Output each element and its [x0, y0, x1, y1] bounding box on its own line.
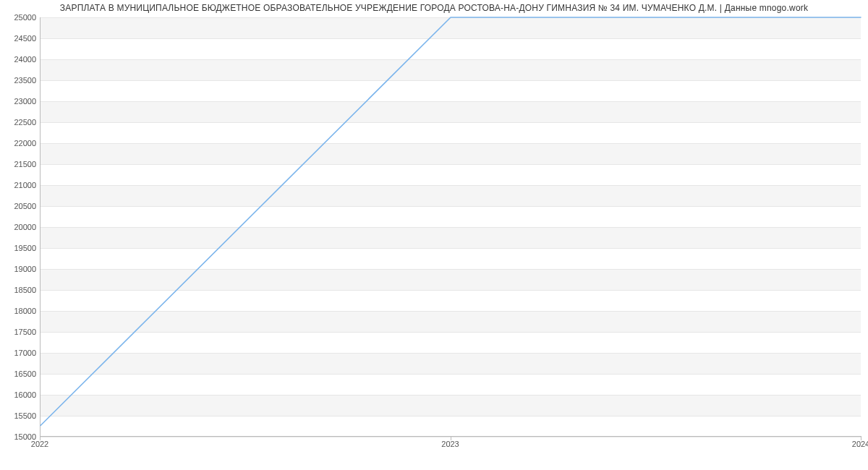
y-tick-label: 16000	[4, 390, 36, 399]
x-tick-label: 2023	[441, 440, 459, 448]
y-tick-label: 23500	[4, 76, 36, 85]
salary-line	[41, 17, 861, 426]
y-tick-label: 17000	[4, 349, 36, 357]
y-tick-label: 20500	[4, 202, 36, 210]
y-tick-label: 18500	[4, 286, 36, 294]
y-tick-label: 23000	[4, 97, 36, 106]
y-tick-label: 24500	[4, 34, 36, 43]
y-tick-label: 19500	[4, 244, 36, 252]
y-tick-label: 25000	[4, 13, 36, 22]
y-tick-label: 22500	[4, 118, 36, 127]
x-tick-label: 2022	[31, 440, 48, 448]
y-tick-label: 18000	[4, 307, 36, 315]
y-tick-label: 20000	[4, 223, 36, 231]
x-tick-label: 2024	[852, 440, 868, 448]
y-tick-label: 19000	[4, 265, 36, 273]
y-tick-label: 24000	[4, 55, 36, 64]
line-series	[41, 17, 861, 436]
y-tick-label: 16500	[4, 369, 36, 378]
y-tick-label: 22000	[4, 139, 36, 148]
chart-container: ЗАРПЛАТА В МУНИЦИПАЛЬНОЕ БЮДЖЕТНОЕ ОБРАЗ…	[0, 0, 868, 470]
y-tick-label: 15500	[4, 411, 36, 420]
plot-area	[40, 17, 861, 437]
y-tick-label: 17500	[4, 328, 36, 336]
y-tick-label: 21000	[4, 181, 36, 189]
chart-title: ЗАРПЛАТА В МУНИЦИПАЛЬНОЕ БЮДЖЕТНОЕ ОБРАЗ…	[0, 3, 868, 13]
y-tick-label: 21500	[4, 160, 36, 168]
